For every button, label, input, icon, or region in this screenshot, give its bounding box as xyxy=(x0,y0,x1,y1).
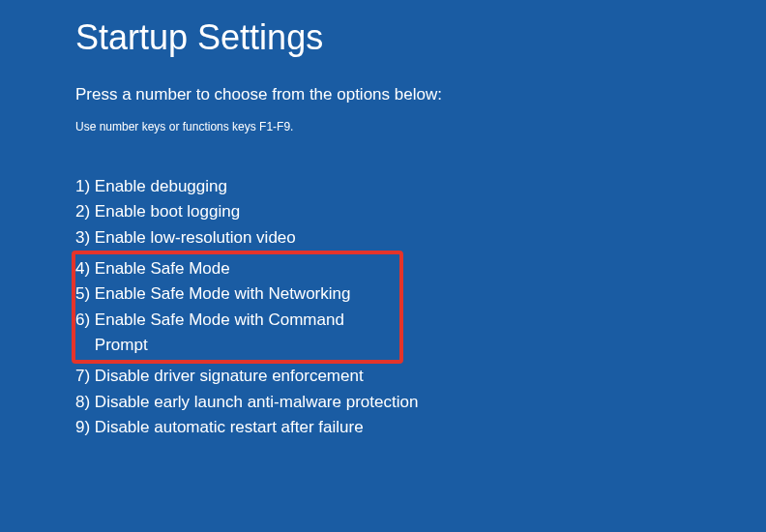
option-label: Enable debugging xyxy=(95,174,227,199)
option-label: Enable low-resolution video xyxy=(95,225,296,251)
option-label: Disable automatic restart after failure xyxy=(95,415,364,440)
option-number: 7) xyxy=(75,364,90,389)
option-number: 1) xyxy=(75,174,90,199)
option-label: Enable Safe Mode with Command Prompt xyxy=(95,308,396,359)
footer: Press F10 for more options Press Enter t… xyxy=(75,527,766,532)
option-number: 4) xyxy=(75,256,90,281)
option-number: 3) xyxy=(75,225,90,251)
option-label: Disable early launch anti-malware protec… xyxy=(95,390,419,415)
footer-more-options: Press F10 for more options xyxy=(75,527,766,532)
option-3[interactable]: 3) Enable low-resolution video xyxy=(75,225,766,251)
option-1[interactable]: 1) Enable debugging xyxy=(75,174,766,199)
option-7[interactable]: 7) Disable driver signature enforcement xyxy=(75,364,766,389)
option-number: 8) xyxy=(75,390,90,415)
highlighted-options: 4) Enable Safe Mode 5) Enable Safe Mode … xyxy=(72,251,403,364)
option-label: Enable Safe Mode with Networking xyxy=(95,281,351,307)
option-number: 9) xyxy=(75,415,90,440)
option-number: 5) xyxy=(75,281,90,307)
option-9[interactable]: 9) Disable automatic restart after failu… xyxy=(75,415,766,440)
option-2[interactable]: 2) Enable boot logging xyxy=(75,199,766,224)
page-title: Startup Settings xyxy=(75,17,766,58)
option-5[interactable]: 5) Enable Safe Mode with Networking xyxy=(75,281,396,307)
option-4[interactable]: 4) Enable Safe Mode xyxy=(75,256,396,281)
option-6[interactable]: 6) Enable Safe Mode with Command Prompt xyxy=(75,308,396,359)
option-label: Enable Safe Mode xyxy=(95,256,230,281)
option-number: 2) xyxy=(75,199,90,224)
option-label: Enable boot logging xyxy=(95,199,240,224)
hint: Use number keys or functions keys F1-F9. xyxy=(75,120,766,133)
option-label: Disable driver signature enforcement xyxy=(95,364,364,389)
options-list: 1) Enable debugging 2) Enable boot loggi… xyxy=(75,174,766,440)
subtitle: Press a number to choose from the option… xyxy=(75,85,766,104)
option-8[interactable]: 8) Disable early launch anti-malware pro… xyxy=(75,390,766,415)
option-number: 6) xyxy=(75,308,90,359)
